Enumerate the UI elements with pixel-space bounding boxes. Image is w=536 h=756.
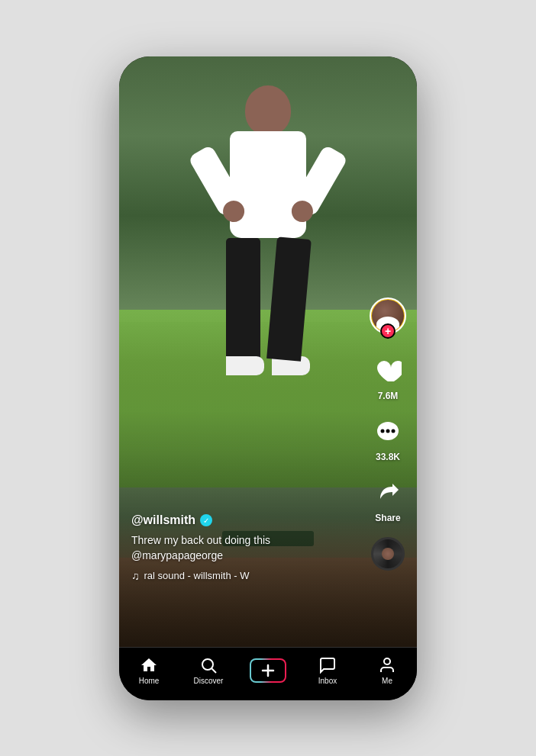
username[interactable]: @willsmith	[131, 513, 195, 527]
person-torso	[230, 131, 306, 238]
music-disc[interactable]	[371, 537, 405, 571]
home-label: Home	[139, 677, 160, 685]
inbox-icon	[318, 656, 337, 674]
username-line: @willsmith ✓	[131, 513, 356, 527]
hand-left	[219, 197, 248, 226]
create-button[interactable]	[250, 658, 286, 683]
me-label: Me	[382, 677, 392, 685]
follow-plus-badge[interactable]: +	[380, 323, 396, 339]
svg-point-8	[384, 658, 390, 664]
create-plus-icon	[250, 658, 286, 683]
svg-point-1	[381, 429, 385, 433]
share-button[interactable]: Share	[371, 476, 405, 523]
like-count: 7.6M	[378, 391, 399, 401]
video-caption: Threw my back out doing this @marypapage…	[131, 533, 356, 563]
person-head	[245, 85, 291, 135]
svg-line-5	[212, 669, 217, 674]
shoe-left	[226, 356, 264, 375]
comment-count: 33.8K	[376, 452, 400, 462]
svg-point-3	[392, 429, 396, 433]
hand-right	[288, 197, 317, 226]
music-disc-inner	[382, 548, 394, 560]
caption-line2[interactable]: @marypapageorge	[131, 549, 223, 561]
verified-badge: ✓	[200, 514, 212, 526]
inbox-label: Inbox	[318, 677, 337, 685]
like-button[interactable]: 7.6M	[371, 354, 405, 401]
person-legs	[199, 238, 337, 375]
heart-icon	[371, 354, 405, 388]
share-label: Share	[375, 513, 400, 523]
svg-point-4	[202, 659, 213, 670]
music-title: ral sound - willsmith - W	[144, 570, 250, 581]
phone-frame: + 7.6M	[119, 56, 417, 700]
nav-home[interactable]: Home	[126, 656, 172, 685]
music-note-icon: ♫	[131, 570, 140, 582]
svg-point-2	[386, 429, 390, 433]
nav-inbox[interactable]: Inbox	[305, 656, 350, 685]
nav-create[interactable]	[245, 658, 291, 683]
profile-icon	[378, 656, 396, 674]
content-info: @willsmith ✓ Threw my back out doing thi…	[131, 513, 356, 581]
bottom-nav: Home Discover	[119, 647, 417, 700]
caption-line1: Threw my back out doing this	[131, 534, 270, 546]
comment-button[interactable]: 33.8K	[371, 415, 405, 462]
comment-icon	[371, 415, 405, 449]
leg-left	[226, 238, 260, 360]
music-info[interactable]: ♫ ral sound - willsmith - W	[131, 570, 356, 582]
leg-right	[266, 237, 312, 362]
nav-me[interactable]: Me	[364, 656, 410, 685]
search-icon	[199, 656, 218, 674]
discover-label: Discover	[194, 677, 224, 685]
nav-discover[interactable]: Discover	[186, 656, 231, 685]
home-icon	[140, 656, 158, 674]
share-icon	[371, 476, 405, 510]
action-buttons: + 7.6M	[370, 298, 406, 571]
avatar-container[interactable]: +	[370, 298, 406, 334]
video-container[interactable]: + 7.6M	[119, 56, 417, 647]
